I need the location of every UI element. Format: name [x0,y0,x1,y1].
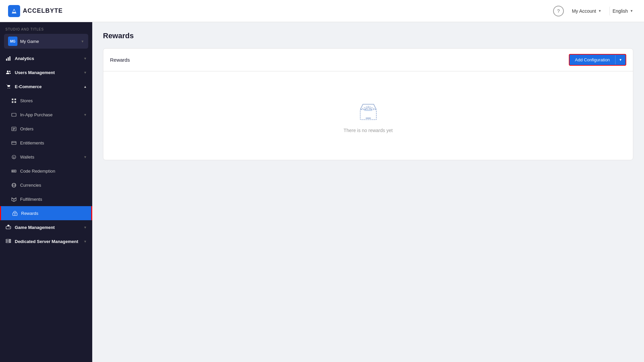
sidebar-item-orders[interactable]: Orders [0,122,92,136]
stores-label: Stores [20,98,33,103]
empty-state: There is no rewards yet [103,71,633,160]
fulfillments-label: Fulfillments [20,197,42,202]
in-app-chevron-icon: ▼ [84,113,87,117]
sidebar-item-code-redemption[interactable]: Code Redemption [0,164,92,178]
svg-point-34 [9,227,9,228]
svg-rect-9 [12,101,13,103]
game-management-label: Game Management [15,225,55,230]
help-icon: ? [557,8,560,14]
rewards-label: Rewards [21,211,38,216]
dedicated-server-chevron-icon: ▼ [84,240,87,243]
svg-rect-42 [366,118,371,119]
sidebar: STUDIO AND TITLES MG My Game ▼ Analytics… [0,22,92,362]
svg-rect-0 [6,59,7,61]
sidebar-item-in-app-purchase[interactable]: In-App Purchase ▼ [0,108,92,122]
game-badge: MG [8,37,17,46]
currencies-label: Currencies [20,183,41,188]
users-management-label: Users Management [15,70,55,75]
svg-point-3 [7,71,9,72]
card-header: Rewards Add Configuration ▼ [103,49,633,71]
sidebar-item-currencies[interactable]: Currencies [0,178,92,192]
game-chevron-icon: ▼ [81,40,84,43]
code-redemption-label: Code Redemption [20,169,55,174]
ecommerce-label: E-Commerce [15,84,42,89]
sidebar-item-stores[interactable]: Stores [0,94,92,108]
svg-text:$: $ [13,156,15,159]
svg-point-4 [9,71,10,72]
wallets-chevron-icon: ▼ [84,155,87,159]
wallets-icon: $ [11,154,17,160]
add-configuration-button[interactable]: Add Configuration ▼ [569,54,626,66]
add-configuration-chevron-icon[interactable]: ▼ [615,55,626,64]
language-menu[interactable]: English ▼ [609,6,636,16]
sidebar-item-entitlements[interactable]: Entitlements [0,136,92,150]
sidebar-item-dedicated-server-management[interactable]: Dedicated Server Management ▼ [0,234,92,248]
code-redemption-icon [11,168,17,174]
svg-rect-1 [8,57,9,61]
account-label: My Account [572,8,596,14]
entitlements-icon [11,140,17,146]
sidebar-item-fulfillments[interactable]: Fulfillments [0,192,92,206]
language-label: English [612,8,628,14]
currencies-icon [11,182,17,188]
rewards-card: Rewards Add Configuration ▼ [103,48,633,160]
layout: STUDIO AND TITLES MG My Game ▼ Analytics… [0,22,644,362]
svg-point-6 [9,88,10,88]
add-configuration-label: Add Configuration [570,55,615,65]
svg-rect-8 [14,99,16,100]
svg-point-39 [9,242,10,242]
svg-point-21 [12,171,13,171]
sidebar-item-game-management[interactable]: Game Management ▼ [0,220,92,234]
in-app-purchase-icon [11,112,17,118]
svg-rect-11 [12,113,16,116]
sidebar-item-users-management[interactable]: Users Management ▼ [0,65,92,79]
users-icon [5,69,11,75]
svg-rect-10 [14,101,16,103]
entitlements-label: Entitlements [20,140,44,145]
logo-text: ACCELBYTE [23,7,63,14]
analytics-icon [5,55,11,61]
header-right: ? My Account ▼ English ▼ [553,6,636,16]
header: ACCELBYTE ? My Account ▼ English ▼ [0,0,644,22]
svg-rect-2 [9,56,10,61]
fulfillments-icon [11,196,17,202]
sidebar-section-label: STUDIO AND TITLES [0,22,92,34]
page-title: Rewards [103,32,633,40]
svg-rect-7 [12,99,13,100]
svg-point-38 [9,240,10,240]
empty-state-text: There is no rewards yet [343,128,392,133]
svg-rect-41 [364,110,372,111]
svg-point-35 [9,227,10,228]
sidebar-item-rewards[interactable]: Rewards [0,206,92,220]
wallets-label: Wallets [20,155,34,160]
rewards-icon [12,210,18,216]
game-selector[interactable]: MG My Game ▼ [4,34,88,49]
svg-point-5 [8,88,8,88]
stores-icon [11,98,17,104]
sidebar-item-wallets[interactable]: $ Wallets ▼ [0,150,92,164]
game-management-chevron-icon: ▼ [84,226,87,229]
dedicated-server-icon [5,238,11,244]
card-title: Rewards [110,57,130,63]
orders-label: Orders [20,126,34,131]
sidebar-item-analytics[interactable]: Analytics ▼ [0,51,92,65]
svg-rect-16 [12,141,16,144]
game-management-icon [5,224,11,230]
analytics-label: Analytics [15,56,34,61]
main-content: Rewards Rewards Add Configuration ▼ [92,22,644,362]
help-button[interactable]: ? [553,6,564,16]
ecommerce-chevron-icon: ▲ [84,85,87,88]
empty-state-icon [356,98,380,122]
sidebar-item-ecommerce[interactable]: E-Commerce ▲ [0,79,92,94]
account-menu[interactable]: My Account ▼ [569,6,604,16]
orders-icon [11,126,17,132]
logo-icon [8,5,20,17]
logo-area: ACCELBYTE [8,5,553,17]
account-chevron-icon: ▼ [598,9,601,13]
dedicated-server-label: Dedicated Server Management [15,239,78,244]
svg-rect-31 [6,226,11,229]
in-app-purchase-label: In-App Purchase [20,112,53,117]
language-chevron-icon: ▼ [630,9,633,13]
game-name: My Game [20,39,78,44]
users-chevron-icon: ▼ [84,71,87,74]
